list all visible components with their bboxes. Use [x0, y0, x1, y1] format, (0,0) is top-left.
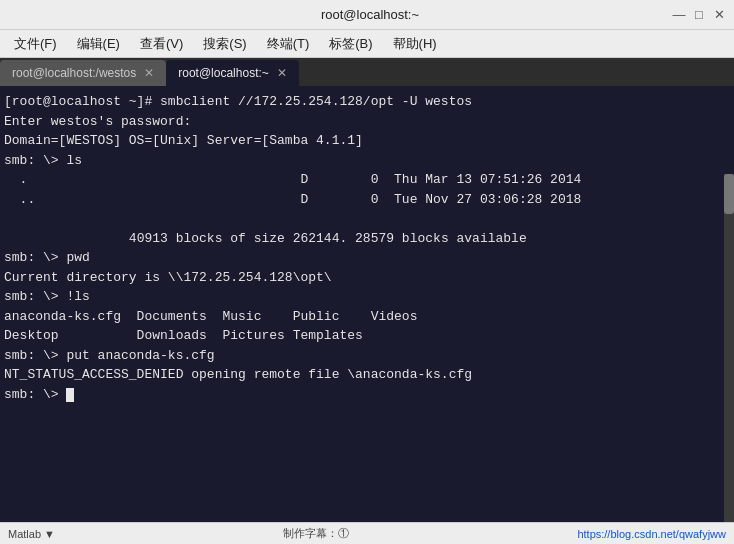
menu-view[interactable]: 查看(V) [132, 33, 191, 55]
bottom-right-link[interactable]: https://blog.csdn.net/qwafyjww [577, 528, 726, 540]
window-title: root@localhost:~ [68, 7, 672, 22]
menu-bar: 文件(F) 编辑(E) 查看(V) 搜索(S) 终端(T) 标签(B) 帮助(H… [0, 30, 734, 58]
tab-root[interactable]: root@localhost:~ ✕ [166, 60, 299, 86]
menu-edit[interactable]: 编辑(E) [69, 33, 128, 55]
bottom-bar: Matlab ▼ 制作字幕：① https://blog.csdn.net/qw… [0, 522, 734, 544]
menu-terminal[interactable]: 终端(T) [259, 33, 318, 55]
close-button[interactable]: ✕ [712, 8, 726, 22]
scrollbar-thumb[interactable] [724, 174, 734, 214]
menu-help[interactable]: 帮助(H) [385, 33, 445, 55]
tab-bar: root@localhost:/westos ✕ root@localhost:… [0, 58, 734, 86]
menu-file[interactable]: 文件(F) [6, 33, 65, 55]
tab-close-root[interactable]: ✕ [277, 67, 287, 79]
scrollbar-track[interactable] [724, 174, 734, 522]
menu-tags[interactable]: 标签(B) [321, 33, 380, 55]
tab-westos[interactable]: root@localhost:/westos ✕ [0, 60, 166, 86]
menu-search[interactable]: 搜索(S) [195, 33, 254, 55]
tab-label-westos: root@localhost:/westos [12, 66, 136, 80]
tab-label-root: root@localhost:~ [178, 66, 269, 80]
minimize-button[interactable]: — [672, 8, 686, 22]
bottom-middle: 制作字幕：① [283, 526, 349, 541]
terminal-wrapper: [root@localhost ~]# smbclient //172.25.2… [0, 86, 734, 522]
tab-close-westos[interactable]: ✕ [144, 67, 154, 79]
window-controls: — □ ✕ [672, 8, 726, 22]
title-bar: root@localhost:~ — □ ✕ [0, 0, 734, 30]
bottom-left[interactable]: Matlab ▼ [8, 528, 55, 540]
maximize-button[interactable]: □ [692, 8, 706, 22]
terminal-cursor [66, 388, 74, 402]
terminal-output[interactable]: [root@localhost ~]# smbclient //172.25.2… [0, 86, 734, 522]
